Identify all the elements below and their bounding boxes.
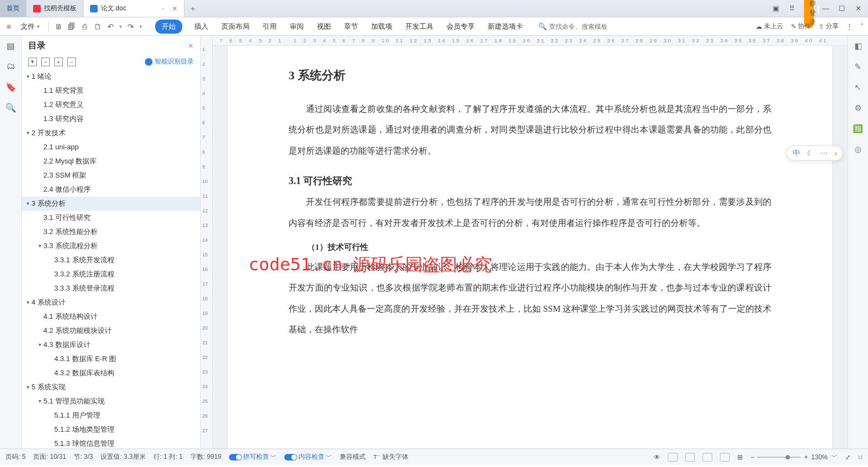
- layout-icon[interactable]: ▣: [771, 4, 780, 12]
- file-menu[interactable]: 文件 ▾: [17, 21, 43, 33]
- toc-item[interactable]: 4.1 系统结构设计: [22, 310, 200, 324]
- toc-collapse-icon[interactable]: ▾: [28, 58, 37, 66]
- share-button[interactable]: ⇪分享: [819, 22, 839, 31]
- maximize-icon[interactable]: ☐: [838, 4, 846, 12]
- redo-icon[interactable]: ↷: [126, 22, 135, 31]
- zoom-slider[interactable]: [757, 457, 801, 458]
- toc-item[interactable]: 2.1 uni-app: [22, 140, 200, 154]
- pen-icon[interactable]: ✎: [853, 62, 863, 72]
- zoom-in-icon[interactable]: +: [804, 453, 808, 461]
- tab-home[interactable]: 首页: [0, 0, 27, 17]
- toc-item[interactable]: 2.3 SSM 框架: [22, 168, 200, 182]
- toc-expand-icon[interactable]: ▫: [41, 58, 50, 66]
- toc-add-icon[interactable]: +: [54, 58, 63, 66]
- night-icon[interactable]: ☾: [807, 149, 814, 157]
- toc-item[interactable]: 2.4 微信小程序: [22, 182, 200, 197]
- toc-item[interactable]: 5.1.1 用户管理: [22, 408, 200, 422]
- ribbon-tab-3[interactable]: 引用: [261, 20, 278, 34]
- toc-item[interactable]: 3.3.3 系统登录流程: [22, 281, 200, 295]
- eye-icon[interactable]: 👁: [654, 453, 660, 461]
- command-search[interactable]: 🔍: [538, 22, 625, 30]
- cursor-icon[interactable]: ↖: [853, 83, 863, 92]
- search-input[interactable]: [549, 23, 625, 30]
- minimize-icon[interactable]: —: [821, 4, 830, 12]
- apps-icon[interactable]: ⠿: [788, 4, 796, 12]
- outline-icon[interactable]: ▤: [5, 40, 16, 51]
- fullscreen-icon[interactable]: ⤢: [845, 453, 851, 461]
- status-pages[interactable]: 页面: 10/31: [33, 452, 66, 462]
- ruler-icon[interactable]: ⊞: [737, 453, 743, 461]
- bookmark-icon[interactable]: 🔖: [5, 81, 16, 92]
- status-words[interactable]: 字数: 9919: [190, 452, 221, 462]
- toc-smart[interactable]: 智能识别目录: [145, 57, 194, 66]
- toc-item[interactable]: 3.2 系统性能分析: [22, 225, 200, 239]
- zoom-value[interactable]: 130%: [811, 453, 828, 461]
- zoom-out-icon[interactable]: −: [750, 453, 754, 461]
- translate-icon[interactable]: 🈯: [853, 124, 863, 134]
- ribbon-tab-10[interactable]: 新建选项卡: [487, 20, 524, 34]
- toc-item[interactable]: ▾3.3 系统流程分析: [22, 239, 200, 253]
- ribbon-tab-1[interactable]: 插入: [193, 20, 209, 34]
- toc-item[interactable]: ▾5.1 管理员功能实现: [22, 394, 200, 408]
- tab-document[interactable]: 论文.doc▫✕: [84, 0, 184, 17]
- toc-item[interactable]: ▾3 系统分析: [22, 197, 200, 211]
- ribbon-tab-5[interactable]: 视图: [316, 20, 332, 34]
- statusbar-more-icon[interactable]: ∷: [858, 453, 863, 461]
- toc-item[interactable]: 5.1.2 场地类型管理: [22, 422, 200, 437]
- toc-item[interactable]: 5.1.3 球馆信息管理: [22, 437, 200, 449]
- missing-fonts[interactable]: ᴛ⁻ 缺失字体: [373, 452, 408, 462]
- tab-add[interactable]: ＋: [184, 0, 202, 17]
- toc-item[interactable]: 3.1 可行性研究: [22, 211, 200, 225]
- undo-icon[interactable]: ↶: [106, 22, 115, 31]
- collapse-right-icon[interactable]: ›: [834, 149, 837, 157]
- toc-item[interactable]: ▾4.3 数据库设计: [22, 338, 200, 352]
- toc-item[interactable]: ▾4 系统设计: [22, 295, 200, 310]
- ribbon-tab-0[interactable]: 开始: [155, 20, 182, 34]
- find-icon[interactable]: 🔍: [5, 102, 16, 113]
- close-icon[interactable]: ✕: [854, 4, 863, 12]
- toc-item[interactable]: 4.3.1 数据库 E-R 图: [22, 352, 200, 366]
- ribbon-tab-2[interactable]: 页面布局: [220, 20, 251, 34]
- ribbon-tab-7[interactable]: 加载项: [370, 20, 393, 34]
- save-icon[interactable]: 🗎: [54, 22, 63, 31]
- saveas-icon[interactable]: 🗐: [67, 22, 76, 31]
- collab-button[interactable]: ✎协作: [791, 22, 811, 31]
- ribbon-tab-4[interactable]: 审阅: [289, 20, 305, 34]
- compat-mode[interactable]: 兼容模式: [340, 452, 366, 462]
- toggle-pane-icon[interactable]: ◧: [853, 41, 863, 51]
- tab-template[interactable]: 找稻壳模板: [27, 0, 84, 17]
- toc-item[interactable]: 1.3 研究内容: [22, 112, 200, 126]
- cloud-status[interactable]: ☁未上云: [756, 22, 783, 31]
- location-icon[interactable]: ◎: [853, 144, 863, 154]
- more-icon[interactable]: ⋮: [846, 23, 853, 30]
- toc-close-icon[interactable]: ✕: [188, 42, 194, 50]
- toc-item[interactable]: 4.3.2 数据库表结构: [22, 366, 200, 380]
- more-tools-icon[interactable]: ⋯: [820, 149, 828, 157]
- ribbon-tab-9[interactable]: 会员专享: [445, 20, 476, 34]
- contentcheck-toggle[interactable]: 内容检查 ﹀: [284, 452, 332, 462]
- toc-item[interactable]: 3.3.1 系统开发流程: [22, 253, 200, 267]
- toc-item[interactable]: 1.1 研究背景: [22, 84, 200, 98]
- tab-close-icon[interactable]: ✕: [172, 5, 177, 12]
- lang-cn-icon[interactable]: 中: [793, 148, 800, 158]
- tab-menu-icon[interactable]: ▫: [162, 5, 164, 12]
- settings-icon[interactable]: ⚙: [853, 103, 863, 113]
- toc-item[interactable]: 3.3.2 系统注册流程: [22, 267, 200, 281]
- toc-remove-icon[interactable]: −: [67, 58, 76, 66]
- status-page[interactable]: 页码: 5: [5, 452, 25, 462]
- zoom-control[interactable]: − + 130% ﹀: [750, 452, 838, 462]
- toc-item[interactable]: ▾5 系统实现: [22, 380, 200, 394]
- menu-icon[interactable]: ≡: [4, 22, 13, 31]
- view-mode-3[interactable]: [703, 453, 712, 462]
- toc-item[interactable]: ▾1 绪论: [22, 70, 200, 84]
- view-mode-1[interactable]: [668, 453, 678, 462]
- view-mode-4[interactable]: [720, 453, 730, 462]
- preview-icon[interactable]: 🗋: [93, 22, 102, 31]
- toc-item[interactable]: 2.2 Mysql 数据库: [22, 154, 200, 168]
- ribbon-tab-6[interactable]: 章节: [343, 20, 359, 34]
- toc-item[interactable]: 4.2 系统功能模块设计: [22, 324, 200, 338]
- print-icon[interactable]: ⎙: [80, 22, 89, 31]
- expand-icon[interactable]: ˄: [860, 23, 864, 30]
- page[interactable]: 3 系统分析 通过阅读查看之前收集的各种文献资料，了解了程序开发遵循的大体流程。…: [228, 46, 832, 449]
- toc-item[interactable]: ▾2 开发技术: [22, 126, 200, 140]
